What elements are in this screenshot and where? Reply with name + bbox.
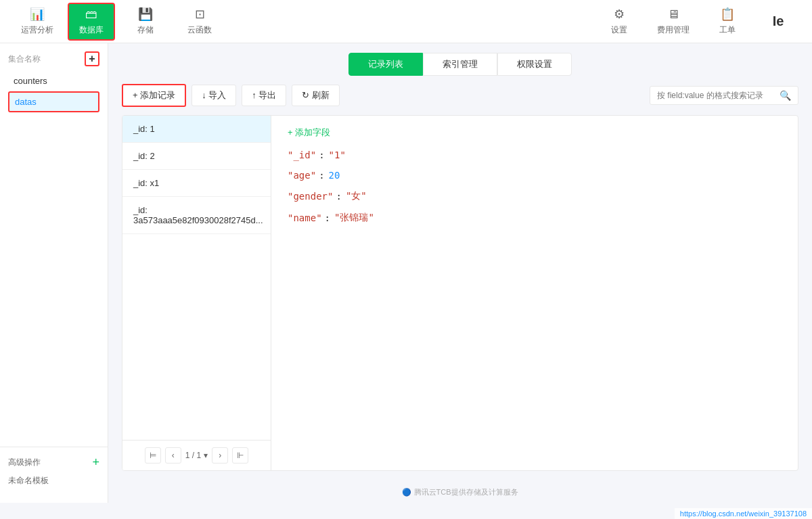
tab-permissions[interactable]: 权限设置 xyxy=(497,53,572,76)
nav-storage-label: 存储 xyxy=(137,24,154,36)
nav-storage[interactable]: 💾 存储 xyxy=(122,3,169,41)
nav-billing-label: 费用管理 xyxy=(657,24,690,36)
sidebar-advanced-section: 高级操作 + xyxy=(8,455,99,470)
first-page-button[interactable]: ⊨ xyxy=(145,447,161,464)
nav-cloud-func[interactable]: ⊡ 云函数 xyxy=(176,3,223,41)
sidebar-item-counters[interactable]: counters xyxy=(8,72,99,90)
field-colon-gender: : xyxy=(336,191,341,202)
storage-icon: 💾 xyxy=(138,7,153,22)
nav-left: 📊 运营分析 🗃 数据库 💾 存储 ⊡ 云函数 xyxy=(14,3,223,41)
footer-logo: 🔵 xyxy=(402,488,411,496)
field-value-id[interactable]: "1" xyxy=(329,150,346,160)
sidebar: 集合名称 + counters datas 高级操作 + 未命名模板 xyxy=(0,43,108,503)
top-nav: 📊 运营分析 🗃 数据库 💾 存储 ⊡ 云函数 ⚙ 设置 🖥 费用管理 📋 工单 xyxy=(0,0,812,43)
field-key-id: "_id" xyxy=(288,150,316,160)
add-record-button[interactable]: + 添加记录 xyxy=(122,84,186,107)
record-item-long[interactable]: _id: 3a573aaa5e82f0930028f2745d... xyxy=(122,197,271,234)
collection-section-label: 集合名称 xyxy=(8,53,41,65)
toolbar: + 添加记录 ↓ 导入 ↑ 导出 ↻ 刷新 🔍 xyxy=(108,76,812,115)
nav-right: ⚙ 设置 🖥 费用管理 📋 工单 Ie xyxy=(595,3,798,41)
record-item-1[interactable]: _id: 1 xyxy=(122,116,271,143)
field-key-age: "age" xyxy=(288,170,316,181)
refresh-button[interactable]: ↻ 刷新 xyxy=(292,85,340,106)
export-button[interactable]: ↑ 导出 xyxy=(242,85,286,106)
billing-icon: 🖥 xyxy=(667,7,679,22)
settings-icon: ⚙ xyxy=(614,7,625,22)
search-input[interactable] xyxy=(657,91,780,100)
field-value-name[interactable]: "张锦瑞" xyxy=(334,212,374,224)
records-scroll: _id: 1 _id: 2 _id: x1 _id: 3a573aaa5e82f… xyxy=(122,116,271,440)
nav-analytics[interactable]: 📊 运营分析 xyxy=(14,3,61,41)
nav-settings[interactable]: ⚙ 设置 xyxy=(595,3,643,41)
field-value-age[interactable]: 20 xyxy=(329,170,340,181)
field-value-gender[interactable]: "女" xyxy=(346,190,367,202)
prev-page-button[interactable]: ‹ xyxy=(165,447,181,464)
field-row-name: "name" : "张锦瑞" xyxy=(288,212,782,224)
next-page-button[interactable]: › xyxy=(212,447,228,464)
field-colon-age: : xyxy=(319,170,324,181)
sidebar-collections-section: 集合名称 + counters datas xyxy=(0,51,108,114)
cloud-func-icon: ⊡ xyxy=(195,7,205,22)
tab-bar: 记录列表 索引管理 权限设置 xyxy=(108,43,812,76)
search-box[interactable]: 🔍 xyxy=(650,86,798,105)
field-row-id: "_id" : "1" xyxy=(288,150,782,160)
search-icon: 🔍 xyxy=(780,90,791,101)
nav-database[interactable]: 🗃 数据库 xyxy=(68,3,115,41)
workorder-icon: 📋 xyxy=(720,7,735,22)
data-panel: _id: 1 _id: 2 _id: x1 _id: 3a573aaa5e82f… xyxy=(122,115,798,471)
page-info: 1 / 1 ▾ xyxy=(185,451,208,460)
record-item-2[interactable]: _id: 2 xyxy=(122,143,271,170)
sidebar-template[interactable]: 未命名模板 xyxy=(8,475,99,487)
main-layout: 集合名称 + counters datas 高级操作 + 未命名模板 记录列 xyxy=(0,43,812,503)
pagination: ⊨ ‹ 1 / 1 ▾ › ⊩ xyxy=(122,440,271,470)
analytics-icon: 📊 xyxy=(30,7,45,22)
field-colon-name: : xyxy=(325,212,330,223)
add-collection-button[interactable]: + xyxy=(85,51,99,66)
page-dropdown-button[interactable]: ▾ xyxy=(204,451,208,460)
nav-analytics-label: 运营分析 xyxy=(21,24,53,36)
advanced-add-button[interactable]: + xyxy=(92,455,99,470)
record-detail: + 添加字段 "_id" : "1" "age" : 20 "gender" :… xyxy=(271,116,798,470)
sidebar-item-datas[interactable]: datas xyxy=(8,91,99,112)
nav-settings-label: 设置 xyxy=(611,24,627,36)
user-avatar[interactable]: Ie xyxy=(758,3,798,41)
tab-index[interactable]: 索引管理 xyxy=(423,53,497,76)
page-footer: 🔵 腾讯云TCB提供存储及计算服务 xyxy=(108,482,812,503)
import-button[interactable]: ↓ 导入 xyxy=(191,85,236,106)
tab-records[interactable]: 记录列表 xyxy=(348,53,423,76)
last-page-button[interactable]: ⊩ xyxy=(232,447,248,464)
footer-text: 腾讯云TCB提供存储及计算服务 xyxy=(414,488,518,496)
records-container: _id: 1 _id: 2 _id: x1 _id: 3a573aaa5e82f… xyxy=(122,116,271,470)
nav-workorder[interactable]: 📋 工单 xyxy=(704,3,751,41)
sidebar-header: 集合名称 + xyxy=(8,51,99,66)
field-key-name: "name" xyxy=(288,212,322,223)
field-colon-id: : xyxy=(319,150,324,160)
sidebar-bottom: 高级操作 + 未命名模板 xyxy=(0,447,108,495)
field-row-age: "age" : 20 xyxy=(288,170,782,181)
add-field-button[interactable]: + 添加字段 xyxy=(288,127,782,139)
content-area: 记录列表 索引管理 权限设置 + 添加记录 ↓ 导入 ↑ 导出 ↻ 刷新 xyxy=(108,43,812,503)
nav-billing[interactable]: 🖥 费用管理 xyxy=(650,3,697,41)
advanced-label: 高级操作 xyxy=(8,457,41,468)
nav-database-label: 数据库 xyxy=(79,24,104,36)
nav-workorder-label: 工单 xyxy=(719,24,736,36)
record-item-x1[interactable]: _id: x1 xyxy=(122,170,271,197)
field-row-gender: "gender" : "女" xyxy=(288,190,782,202)
nav-cloud-func-label: 云函数 xyxy=(187,24,212,36)
database-icon: 🗃 xyxy=(85,7,97,22)
field-key-gender: "gender" xyxy=(288,191,333,202)
